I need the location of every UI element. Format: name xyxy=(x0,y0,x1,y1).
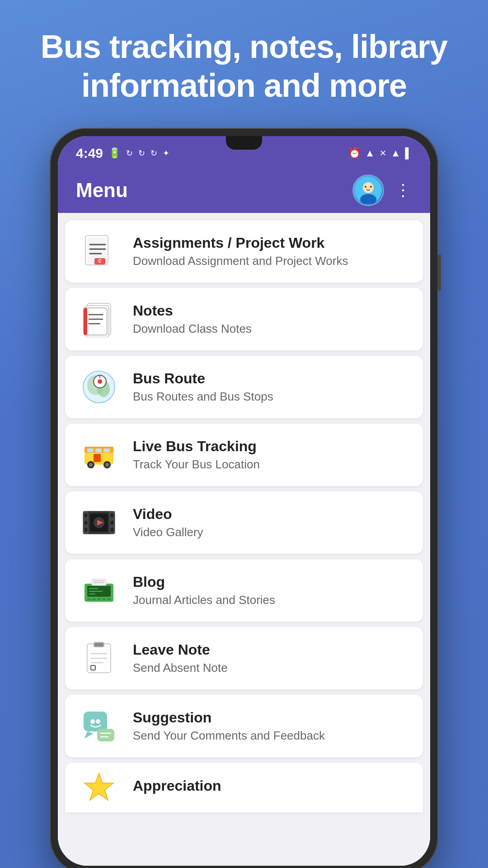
blog-text: Blog Journal Articles and Stories xyxy=(133,574,409,607)
app-bar: Menu xyxy=(58,168,430,213)
slack-icon: ✦ xyxy=(163,148,169,158)
leave-subtitle: Send Absent Note xyxy=(133,661,409,675)
status-left: 4:49 🔋 ↻ ↻ ↻ ✦ xyxy=(76,146,169,161)
menu-item-suggestion[interactable]: Suggestion Send Your Comments and Feedba… xyxy=(65,695,423,757)
leave-title: Leave Note xyxy=(133,642,409,658)
notes-text: Notes Download Class Notes xyxy=(133,302,409,336)
battery-full-icon: ▌ xyxy=(405,147,412,159)
live-bus-icon xyxy=(81,437,117,473)
battery-icon: 🔋 xyxy=(108,147,121,159)
appreciation-icon xyxy=(81,769,117,806)
menu-item-assignments[interactable]: C Assignments / Project Work Download As… xyxy=(65,220,423,283)
more-options-icon[interactable]: ⋮ xyxy=(395,182,412,198)
notes-title: Notes xyxy=(133,302,409,319)
svg-rect-52 xyxy=(87,598,91,600)
blog-icon-wrap xyxy=(79,570,119,611)
svg-rect-53 xyxy=(92,598,96,600)
bus-route-icon-wrap xyxy=(79,367,119,407)
svg-point-1 xyxy=(363,182,374,193)
video-icon-wrap xyxy=(79,502,119,543)
leave-text: Leave Note Send Absent Note xyxy=(133,642,409,675)
hero-title: Bus tracking, notes, library information… xyxy=(0,0,488,128)
svg-rect-42 xyxy=(111,521,113,524)
svg-rect-39 xyxy=(84,521,87,524)
signal-x-icon: ✕ xyxy=(380,148,386,158)
assignments-icon-wrap: C xyxy=(79,231,119,272)
avatar-image xyxy=(354,176,383,205)
svg-rect-56 xyxy=(107,598,111,600)
svg-marker-73 xyxy=(84,773,113,800)
svg-point-4 xyxy=(370,186,372,188)
sync-icon2: ↻ xyxy=(138,148,145,158)
bus-route-subtitle: Bus Routes and Bus Stops xyxy=(133,390,409,404)
bus-route-text: Bus Route Bus Routes and Bus Stops xyxy=(133,370,409,404)
svg-point-33 xyxy=(105,463,109,467)
svg-rect-70 xyxy=(97,729,114,741)
svg-point-23 xyxy=(98,379,102,384)
assignments-icon: C xyxy=(81,233,117,269)
svg-rect-41 xyxy=(111,514,113,517)
notes-subtitle: Download Class Notes xyxy=(133,322,409,336)
svg-rect-27 xyxy=(95,448,102,452)
sync-icon3: ↻ xyxy=(150,148,157,158)
alarm-icon: ⏰ xyxy=(348,147,361,159)
notes-icon-wrap xyxy=(79,299,119,340)
appreciation-title: Appreciation xyxy=(133,778,409,794)
blog-icon xyxy=(81,572,117,609)
signal-icon: ▲ xyxy=(391,147,401,159)
menu-item-blog[interactable]: Blog Journal Articles and Stories xyxy=(65,559,423,622)
video-text: Video Video Gallery xyxy=(133,506,409,539)
assignments-title: Assignments / Project Work xyxy=(133,235,409,251)
svg-rect-18 xyxy=(84,308,87,335)
leave-icon-wrap xyxy=(79,638,119,679)
video-title: Video xyxy=(133,506,409,523)
appreciation-text: Appreciation xyxy=(133,778,409,797)
svg-rect-62 xyxy=(94,643,103,646)
sync-icon1: ↻ xyxy=(126,148,133,158)
svg-rect-40 xyxy=(84,528,87,532)
svg-rect-57 xyxy=(92,579,106,585)
volume-button xyxy=(437,255,441,291)
live-bus-title: Live Bus Tracking xyxy=(133,438,409,455)
svg-point-68 xyxy=(90,719,95,724)
svg-rect-55 xyxy=(102,598,106,600)
bus-route-icon xyxy=(81,369,117,405)
leave-icon xyxy=(81,640,117,676)
suggestion-title: Suggestion xyxy=(133,709,409,726)
menu-item-appreciation[interactable]: Appreciation xyxy=(65,763,423,812)
svg-rect-28 xyxy=(103,448,110,452)
avatar-svg xyxy=(355,177,382,204)
notes-icon xyxy=(81,301,117,337)
svg-point-3 xyxy=(365,186,366,188)
svg-rect-38 xyxy=(84,514,87,517)
menu-item-leave[interactable]: Leave Note Send Absent Note xyxy=(65,627,423,689)
svg-point-31 xyxy=(89,463,93,467)
app-bar-right: ⋮ xyxy=(352,175,412,206)
svg-rect-54 xyxy=(97,598,101,600)
svg-rect-29 xyxy=(94,454,101,462)
live-bus-text: Live Bus Tracking Track Your Bus Locatio… xyxy=(133,438,409,472)
camera-notch xyxy=(226,136,262,150)
assignments-text: Assignments / Project Work Download Assi… xyxy=(133,235,409,268)
user-avatar[interactable] xyxy=(352,175,384,206)
blog-subtitle: Journal Articles and Stories xyxy=(133,593,409,607)
phone-screen: 4:49 🔋 ↻ ↻ ↻ ✦ ⏰ ▲ ✕ ▲ ▌ Menu xyxy=(58,136,430,866)
suggestion-icon-wrap xyxy=(79,706,119,746)
status-time: 4:49 xyxy=(76,146,103,161)
live-bus-icon-wrap xyxy=(79,434,119,475)
phone-wrapper: 4:49 🔋 ↻ ↻ ↻ ✦ ⏰ ▲ ✕ ▲ ▌ Menu xyxy=(50,128,438,868)
phone-frame: 4:49 🔋 ↻ ↻ ↻ ✦ ⏰ ▲ ✕ ▲ ▌ Menu xyxy=(50,128,438,868)
suggestion-text: Suggestion Send Your Comments and Feedba… xyxy=(133,709,409,743)
appreciation-icon-wrap xyxy=(79,767,119,808)
menu-list: C Assignments / Project Work Download As… xyxy=(58,213,430,866)
video-subtitle: Video Gallery xyxy=(133,525,409,539)
menu-item-notes[interactable]: Notes Download Class Notes xyxy=(65,288,423,350)
menu-item-video[interactable]: Video Video Gallery xyxy=(65,491,423,554)
svg-rect-26 xyxy=(87,448,94,452)
blog-title: Blog xyxy=(133,574,409,590)
status-icons-right: ⏰ ▲ ✕ ▲ ▌ xyxy=(348,147,412,159)
video-icon xyxy=(81,505,117,541)
menu-item-bus-route[interactable]: Bus Route Bus Routes and Bus Stops xyxy=(65,356,423,418)
suggestion-icon xyxy=(81,708,117,744)
menu-item-live-bus[interactable]: Live Bus Tracking Track Your Bus Locatio… xyxy=(65,424,423,486)
